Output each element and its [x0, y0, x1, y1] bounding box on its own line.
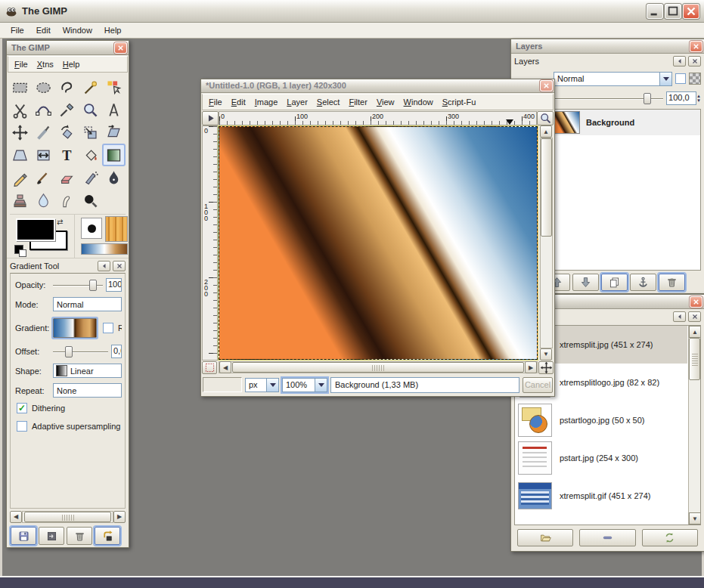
dock-close-button[interactable] [688, 56, 701, 67]
scroll-down-icon[interactable]: ▼ [689, 512, 701, 525]
minimize-button[interactable] [647, 4, 663, 19]
lower-layer-button[interactable] [572, 274, 599, 291]
combo-arrow-icon[interactable] [659, 73, 671, 85]
image-titlebar[interactable]: *Untitled-1.0 (RGB, 1 layer) 420x300 [201, 79, 554, 93]
open-entry-button[interactable] [517, 529, 573, 546]
text-tool[interactable]: T [55, 144, 79, 166]
dodge-burn-tool[interactable] [79, 189, 102, 212]
smudge-tool[interactable] [55, 189, 79, 212]
delete-options-button[interactable] [67, 527, 92, 545]
remove-entry-button[interactable] [579, 529, 635, 546]
menu-item-help[interactable]: Help [98, 24, 128, 36]
shear-tool[interactable] [102, 121, 126, 144]
shape-combo[interactable]: Linear [53, 364, 122, 378]
ellipse-select-tool[interactable] [32, 76, 55, 98]
spin-down-icon[interactable]: ▼ [696, 98, 701, 103]
anchor-layer-button[interactable] [630, 274, 656, 291]
toolbox-titlebar[interactable]: The GIMP [7, 41, 129, 55]
dock-close-button[interactable] [113, 261, 126, 271]
rectangle-select-tool[interactable] [8, 76, 32, 98]
dock-close-button[interactable] [688, 311, 701, 322]
menu-item-edit[interactable]: Edit [30, 24, 57, 36]
opacity-value[interactable]: 100,0 [106, 278, 122, 292]
move-tool[interactable] [8, 121, 32, 144]
scissors-tool[interactable] [8, 98, 32, 121]
maximize-button[interactable] [665, 4, 681, 19]
free-select-tool[interactable] [55, 76, 79, 98]
offset-value[interactable]: 0,0 [111, 345, 122, 358]
swap-colors-icon[interactable]: ⇄ [57, 218, 63, 226]
dock-menu-button[interactable] [673, 56, 686, 67]
toolbox-close-icon[interactable] [114, 42, 127, 54]
paintbrush-tool[interactable] [32, 166, 55, 189]
scroll-right-icon[interactable]: ▶ [525, 361, 537, 373]
default-colors-icon[interactable] [14, 245, 23, 254]
menu-item-view[interactable]: View [372, 96, 399, 108]
scroll-up-icon[interactable]: ▲ [540, 125, 552, 138]
crop-tool[interactable] [32, 121, 55, 144]
pencil-tool[interactable] [8, 166, 32, 189]
menu-item-window[interactable]: Window [399, 96, 438, 108]
reset-options-button[interactable] [95, 527, 120, 545]
zoom-follows-window-button[interactable] [537, 111, 554, 126]
checkbox[interactable] [17, 421, 27, 432]
refresh-history-button[interactable] [642, 529, 698, 546]
blur-tool[interactable] [32, 189, 55, 212]
measure-tool[interactable] [102, 98, 126, 121]
h-scrollbar[interactable]: ◀ ▶ [219, 361, 538, 373]
menu-item-filter[interactable]: Filter [344, 96, 371, 108]
menu-item-script-fu[interactable]: Script-Fu [438, 96, 481, 108]
duplicate-layer-button[interactable] [601, 274, 628, 291]
lock-alpha-icon[interactable] [689, 73, 701, 85]
layer-mode-combo[interactable]: Normal [554, 72, 672, 86]
layers-close-icon[interactable] [690, 41, 702, 52]
menu-item-edit[interactable]: Edit [227, 96, 250, 108]
layer-opacity-value[interactable]: 100,0 [666, 91, 696, 105]
fuzzy-select-tool[interactable] [79, 76, 102, 98]
menu-item-file[interactable]: File [5, 24, 30, 36]
delete-layer-button[interactable] [659, 274, 685, 291]
v-ruler[interactable]: 0100200 [202, 125, 218, 360]
history-close-icon[interactable] [690, 296, 702, 308]
layers-titlebar[interactable]: Layers [511, 39, 704, 54]
active-gradient-preview[interactable] [81, 243, 128, 255]
menu-item-help[interactable]: Help [58, 58, 85, 70]
foreground-color-swatch[interactable] [16, 218, 55, 241]
tool-options-scrollbar[interactable]: ◀ ▶ [10, 510, 126, 523]
opacity-slider[interactable] [53, 280, 103, 291]
scroll-left-icon[interactable]: ◀ [219, 361, 231, 373]
menu-item-xtns[interactable]: Xtns [33, 58, 58, 70]
restore-options-button[interactable] [39, 527, 64, 545]
image-menu-button[interactable] [202, 111, 219, 126]
perspective-tool[interactable] [8, 144, 32, 166]
airbrush-tool[interactable] [79, 166, 102, 189]
gradient-tool[interactable] [102, 144, 126, 166]
reverse-checkbox[interactable] [103, 323, 113, 333]
scroll-up-icon[interactable]: ▲ [689, 326, 701, 338]
v-scrollbar[interactable]: ▲ ▼ [540, 125, 553, 360]
image-close-icon[interactable] [540, 80, 553, 91]
dock-menu-button[interactable] [98, 261, 110, 271]
select-by-color-tool[interactable] [102, 76, 126, 98]
close-button[interactable] [683, 4, 699, 19]
keep-transparency-checkbox[interactable] [675, 73, 686, 84]
history-scrollbar[interactable]: ▲ ▼ [688, 326, 700, 525]
menu-item-file[interactable]: File [10, 58, 33, 70]
scroll-right-icon[interactable]: ▶ [113, 511, 126, 523]
zoom-combo[interactable]: 100% [282, 378, 327, 392]
paths-tool[interactable] [32, 98, 55, 121]
navigation-button[interactable] [538, 361, 554, 374]
ink-tool[interactable] [102, 166, 126, 189]
mode-combo[interactable]: Normal [53, 297, 122, 311]
bucket-fill-tool[interactable] [79, 144, 102, 166]
quickmask-toggle-button[interactable] [202, 361, 217, 374]
checkbox[interactable]: ✓ [17, 403, 27, 413]
fg-bg-color-area[interactable]: ⇄ [10, 215, 75, 258]
image-canvas[interactable] [219, 126, 538, 359]
color-picker-tool[interactable] [55, 98, 79, 121]
offset-slider[interactable] [53, 346, 108, 357]
menu-item-select[interactable]: Select [312, 96, 345, 108]
active-pattern-preview[interactable] [105, 216, 128, 242]
dock-menu-button[interactable] [673, 311, 686, 322]
save-options-button[interactable] [11, 527, 36, 545]
